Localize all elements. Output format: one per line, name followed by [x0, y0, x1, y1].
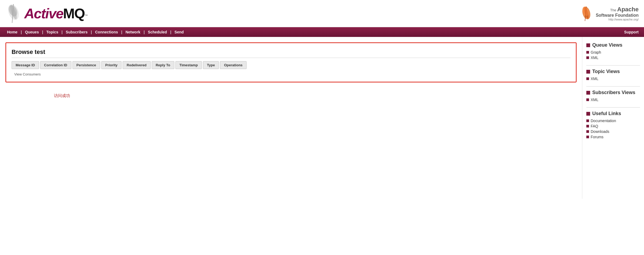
sidebar-useful-links: Useful Links Documentation FAQ Downloads	[586, 111, 640, 139]
nav-sep-4: |	[89, 28, 94, 36]
nav-sep-2: |	[40, 28, 45, 36]
apache-feather-icon	[580, 5, 593, 22]
col-type: Type	[203, 61, 219, 69]
logo-activemq: ActiveMQ™	[24, 15, 88, 19]
sidebar-documentation[interactable]: Documentation	[586, 119, 640, 123]
nav-queues[interactable]: Queues	[23, 28, 40, 36]
col-message-id: Message ID	[12, 61, 39, 69]
sidebar-topic-views-title: Topic Views	[586, 69, 640, 74]
downloads-link[interactable]: Downloads	[591, 129, 609, 134]
topic-xml-bullet	[586, 77, 589, 80]
nav-topics[interactable]: Topics	[45, 28, 60, 36]
queue-xml-bullet	[586, 56, 589, 59]
sidebar-queue-views: Queue Views Graph XML	[586, 42, 640, 60]
col-priority: Priority	[101, 61, 122, 69]
apache-logo-area: The Apache Software Foundation http://ww…	[580, 5, 639, 22]
nav-support: Support	[624, 30, 639, 34]
sidebar-topic-xml[interactable]: XML	[586, 77, 640, 81]
success-message: 访问成功	[5, 88, 577, 98]
subscribers-views-icon	[586, 91, 590, 95]
logo-area: ActiveMQ™	[5, 3, 88, 24]
faq-bullet	[586, 125, 589, 128]
col-operations: Operations	[220, 61, 247, 69]
sidebar-topic-views: Topic Views XML	[586, 69, 640, 81]
sidebar-queue-graph[interactable]: Graph	[586, 50, 640, 54]
nav-sep-1: |	[19, 28, 23, 36]
topic-xml-link[interactable]: XML	[591, 77, 598, 81]
sidebar-faq[interactable]: FAQ	[586, 124, 640, 128]
sidebar-forums[interactable]: Forums	[586, 135, 640, 139]
nav-send[interactable]: Send	[173, 28, 185, 36]
forums-bullet	[586, 136, 589, 138]
sidebar-subscribers-views-title: Subscribers Views	[586, 90, 640, 95]
apache-logo-text: The Apache Software Foundation http://ww…	[596, 6, 639, 21]
nav-sep-7: |	[169, 28, 173, 36]
navbar: Home | Queues | Topics | Subscribers | C…	[0, 27, 644, 37]
queue-graph-bullet	[586, 51, 589, 54]
nav-network[interactable]: Network	[124, 28, 142, 36]
queue-views-icon	[586, 43, 590, 47]
sidebar-subscribers-xml[interactable]: XML	[586, 98, 640, 102]
col-reply-to: Reply To	[152, 61, 174, 69]
nav-sep-6: |	[142, 28, 146, 36]
col-redelivered: Redelivered	[123, 61, 151, 69]
subscribers-xml-link[interactable]: XML	[591, 98, 598, 102]
sidebar-downloads[interactable]: Downloads	[586, 129, 640, 134]
nav-links: Home | Queues | Topics | Subscribers | C…	[5, 28, 185, 36]
sidebar-subscribers-views-links: XML	[586, 98, 640, 102]
sidebar-useful-links-list: Documentation FAQ Downloads Forums	[586, 119, 640, 139]
documentation-bullet	[586, 119, 589, 122]
browse-title: Browse test	[12, 49, 570, 58]
sidebar-subscribers-views: Subscribers Views XML	[586, 90, 640, 102]
sidebar-queue-views-title: Queue Views	[586, 42, 640, 48]
feather-icon	[5, 3, 22, 24]
sidebar-topic-views-links: XML	[586, 77, 640, 81]
queue-graph-link[interactable]: Graph	[591, 50, 601, 54]
documentation-link[interactable]: Documentation	[591, 119, 616, 123]
table-headers: Message ID Correlation ID Persistence Pr…	[12, 61, 570, 69]
downloads-bullet	[586, 130, 589, 133]
divider-1	[586, 65, 640, 66]
subscribers-xml-bullet	[586, 98, 589, 101]
sidebar-queue-xml[interactable]: XML	[586, 56, 640, 60]
view-consumers[interactable]: View Consumers	[12, 72, 570, 76]
forums-link[interactable]: Forums	[591, 135, 603, 139]
faq-link[interactable]: FAQ	[591, 124, 598, 128]
nav-sep-3: |	[60, 28, 64, 36]
view-consumers-link[interactable]: View Consumers	[14, 72, 41, 76]
header: ActiveMQ™ The Apache Software Foundation…	[0, 0, 644, 27]
browse-panel: Browse test Message ID Correlation ID Pe…	[5, 42, 577, 82]
col-persistence: Persistence	[72, 61, 100, 69]
nav-connections[interactable]: Connections	[94, 28, 120, 36]
col-timestamp: Timestamp	[175, 61, 202, 69]
col-correlation-id: Correlation ID	[40, 61, 71, 69]
main-layout: Browse test Message ID Correlation ID Pe…	[0, 37, 644, 199]
nav-sep-5: |	[120, 28, 124, 36]
sidebar-queue-views-links: Graph XML	[586, 50, 640, 60]
nav-home[interactable]: Home	[5, 28, 19, 36]
nav-subscribers[interactable]: Subscribers	[64, 28, 89, 36]
sidebar-useful-links-title: Useful Links	[586, 111, 640, 116]
divider-3	[586, 107, 640, 108]
queue-xml-link[interactable]: XML	[591, 56, 598, 60]
divider-2	[586, 86, 640, 87]
nav-scheduled[interactable]: Scheduled	[146, 28, 169, 36]
topic-views-icon	[586, 70, 590, 74]
content-area: Browse test Message ID Correlation ID Pe…	[0, 37, 582, 199]
sidebar: Queue Views Graph XML Topic Views	[582, 37, 644, 199]
useful-links-icon	[586, 112, 590, 116]
